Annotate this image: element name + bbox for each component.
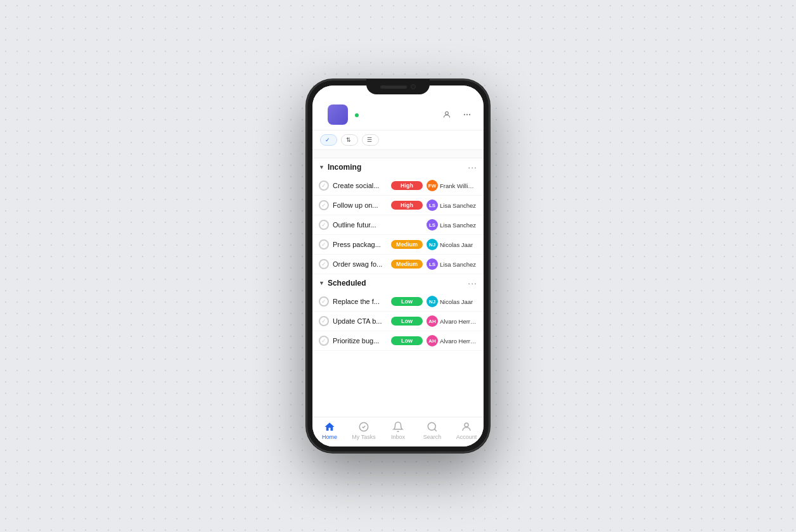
avatar: AH: [427, 335, 438, 346]
project-subtitle: [353, 113, 434, 117]
task-row[interactable]: ✓ Create social... High FW Frank William…: [312, 176, 484, 196]
account-icon: [461, 421, 472, 433]
section-header-incoming[interactable]: ▼ Incoming ···: [312, 158, 484, 176]
status-dot: [355, 113, 359, 117]
task-row[interactable]: ✓ Replace the f... Low NJ Nicolas Jaar: [312, 292, 484, 312]
task-checkbox[interactable]: ✓: [319, 220, 329, 230]
check-mark: ✓: [321, 222, 326, 228]
search-icon: [427, 421, 438, 433]
task-row[interactable]: ✓ Update CTA b... Low AH Alvaro Herrera: [312, 312, 484, 331]
nav-item-inbox[interactable]: Inbox: [381, 421, 415, 440]
fields-button[interactable]: ☰: [362, 134, 379, 146]
assignee-name: Nicolas Jaar: [440, 241, 473, 248]
check-mark: ✓: [321, 202, 326, 208]
task-row[interactable]: ✓ Order swag fo... Medium LS Lisa Sanche…: [312, 255, 484, 274]
phone-screen: ✓ ⇅ ☰: [312, 86, 484, 446]
mytasks-icon: [358, 421, 369, 433]
assignee-cell: AH Alvaro Herrera: [427, 315, 477, 327]
task-checkbox[interactable]: ✓: [319, 259, 329, 269]
nav-label-search: Search: [423, 434, 442, 440]
phone-body: ✓ ⇅ ☰: [306, 79, 490, 453]
app-icon: [328, 104, 348, 125]
check-mark: ✓: [321, 182, 326, 189]
home-icon: [324, 421, 335, 433]
fields-icon: ☰: [367, 137, 372, 143]
avatar: LS: [427, 219, 438, 231]
nav-item-account[interactable]: Account: [449, 421, 484, 440]
check-mark: ✓: [321, 261, 326, 267]
task-name: Follow up on...: [333, 201, 387, 209]
nav-label-mytasks: My Tasks: [352, 434, 375, 440]
bottom-nav: Home My Tasks Inbox Search Account: [312, 417, 484, 446]
assignee-name: Lisa Sanchez: [440, 202, 476, 209]
incomplete-tasks-filter[interactable]: ✓: [320, 134, 337, 146]
avatar: LS: [427, 200, 438, 211]
nav-label-home: Home: [322, 434, 337, 440]
avatar: NJ: [427, 296, 438, 307]
task-checkbox[interactable]: ✓: [319, 200, 329, 210]
avatar: FW: [427, 180, 438, 191]
nav-item-search[interactable]: Search: [415, 421, 449, 440]
priority-badge: Low: [391, 297, 423, 306]
svg-point-2: [466, 114, 468, 115]
task-row[interactable]: ✓ Follow up on... High LS Lisa Sanchez: [312, 196, 484, 215]
task-name: Order swag fo...: [333, 260, 387, 268]
assignee-cell: LS Lisa Sanchez: [427, 258, 477, 270]
check-mark: ✓: [321, 298, 326, 305]
task-name: Update CTA b...: [333, 317, 387, 325]
priority-badge: Low: [391, 336, 423, 345]
assignee-cell: NJ Nicolas Jaar: [427, 296, 477, 307]
svg-point-6: [465, 423, 468, 427]
inbox-icon: [392, 421, 404, 433]
header-actions: [439, 107, 475, 122]
section-more-incoming[interactable]: ···: [468, 162, 477, 172]
task-row[interactable]: ✓ Press packag... Medium NJ Nicolas Jaar: [312, 235, 484, 255]
assignee-name: Alvaro Herrera: [440, 338, 477, 345]
nav-item-mytasks[interactable]: My Tasks: [347, 421, 381, 440]
task-checkbox[interactable]: ✓: [319, 336, 329, 346]
sort-button[interactable]: ⇅: [341, 134, 358, 146]
assignee-cell: AH Alvaro Herrera: [427, 335, 477, 346]
screen-content: ✓ ⇅ ☰: [312, 86, 484, 446]
avatar: NJ: [427, 239, 438, 250]
notch: [366, 79, 430, 94]
section-more-scheduled[interactable]: ···: [468, 278, 477, 288]
filter-bar: ✓ ⇅ ☰: [312, 130, 484, 150]
task-checkbox[interactable]: ✓: [319, 239, 329, 250]
priority-badge: Medium: [391, 240, 423, 249]
section-chevron-incoming[interactable]: ▼: [319, 164, 324, 170]
avatar: AH: [427, 315, 438, 327]
task-name: Replace the f...: [333, 298, 387, 305]
phone-wrapper: ✓ ⇅ ☰: [306, 79, 490, 453]
priority-badge: High: [391, 181, 423, 190]
header-info: [353, 113, 434, 117]
svg-point-0: [446, 111, 449, 115]
check-mark: ✓: [321, 241, 326, 248]
user-icon-button[interactable]: [439, 107, 454, 122]
task-list: ▼ Incoming ··· ✓ Create social... High F…: [312, 158, 484, 417]
section-header-scheduled[interactable]: ▼ Scheduled ···: [312, 274, 484, 292]
notch-speaker: [380, 86, 407, 89]
task-name: Prioritize bug...: [333, 337, 387, 345]
task-row[interactable]: ✓ Prioritize bug... Low AH Alvaro Herrer…: [312, 331, 484, 351]
assignee-cell: FW Frank Williams: [427, 180, 477, 191]
task-row[interactable]: ✓ Outline futur... LS Lisa Sanchez: [312, 215, 484, 235]
task-name: Outline futur...: [333, 221, 387, 229]
svg-point-1: [464, 114, 465, 115]
assignee-name: Nicolas Jaar: [440, 298, 473, 305]
task-name: Create social...: [333, 182, 387, 189]
assignee-name: Frank Williams: [440, 182, 477, 189]
priority-badge: High: [391, 201, 423, 210]
task-checkbox[interactable]: ✓: [319, 316, 329, 326]
sort-icon: ⇅: [346, 137, 351, 143]
task-checkbox[interactable]: ✓: [319, 296, 329, 307]
nav-item-home[interactable]: Home: [312, 421, 347, 440]
nav-label-inbox: Inbox: [391, 434, 405, 440]
more-options-button[interactable]: [459, 107, 475, 122]
task-checkbox[interactable]: ✓: [319, 180, 329, 191]
priority-badge: Medium: [391, 260, 423, 269]
check-mark: ✓: [321, 338, 326, 344]
section-title-scheduled: Scheduled: [328, 279, 465, 288]
assignee-cell: LS Lisa Sanchez: [427, 200, 477, 211]
section-chevron-scheduled[interactable]: ▼: [319, 280, 324, 286]
